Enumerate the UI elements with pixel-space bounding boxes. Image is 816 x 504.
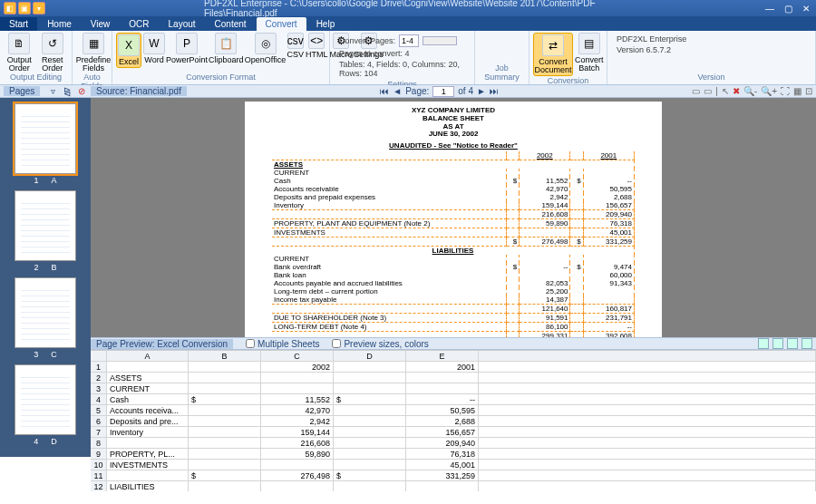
convert-pages-input[interactable] [399,34,419,47]
zoom-out-icon[interactable]: 🔍- [743,86,757,96]
prev-page-button[interactable]: ◄ [393,86,402,96]
grid-row[interactable]: 6Deposits and pre...2,9422,688 [91,416,816,427]
doc-header: XYZ COMPANY LIMITEDBALANCE SHEETAS ATJUN… [272,107,635,139]
grid-row[interactable]: 4Cash$11,552$-- [91,394,816,405]
pages-to-convert-label: Pages to convert: 4 [339,49,410,58]
titlebar: ◧ ▣ ▾ PDF2XL Enterprise - C:\Users\collo… [0,0,816,16]
convert-document-button[interactable]: ⇄Convert Document [533,33,573,76]
predefine-fields-button[interactable]: ▦Predefine Fields [76,33,111,73]
grid-row[interactable]: 120022001 [91,362,816,373]
qat-icon[interactable]: ▾ [33,2,45,15]
tool-icon[interactable]: ▭ [704,86,712,96]
tab-layout[interactable]: Layout [160,17,205,31]
output-order-button[interactable]: 🗎Output Order [4,33,35,73]
page-input[interactable] [432,86,454,97]
next-page-button[interactable]: ► [477,86,486,96]
document-view[interactable]: XYZ COMPANY LIMITEDBALANCE SHEETAS ATJUN… [91,98,816,337]
grid-row[interactable]: 3CURRENT [91,383,816,394]
preview-tool-icon[interactable] [801,338,812,349]
preview-bar: Page Preview: Excel Conversion Multiple … [91,337,816,350]
grid-row[interactable]: 8216,608209,940 [91,438,816,449]
source-label: Source: Financial.pdf [91,86,187,96]
column-header[interactable]: D [334,351,406,362]
tab-content[interactable]: Content [206,17,256,31]
convert-pages-label: Convert Pages: [339,36,395,45]
preview-sizes-checkbox[interactable]: Preview sizes, colors [332,339,428,349]
tool-icon[interactable]: ▦ [793,86,801,96]
powerpoint-button[interactable]: PPowerPoint [167,33,207,64]
page-label: Page: [405,86,429,96]
source-bar: Source: Financial.pdf ⏮ ◄ Page: of 4 ► ⏭… [91,85,816,98]
quick-access: ◧ ▣ ▾ [4,2,45,15]
excel-button[interactable]: XExcel [116,33,141,68]
grid-row[interactable]: 11$276,498$331,259 [91,470,816,481]
minimize-button[interactable]: — [763,2,776,15]
first-page-button[interactable]: ⏮ [380,86,389,96]
tool-icon[interactable]: ▭ [692,86,700,96]
tab-view[interactable]: View [82,17,120,31]
qat-icon[interactable]: ▣ [18,2,31,15]
fit-icon[interactable]: ⛶ [781,86,790,96]
doc-notice: UNAUDITED - See "Notice to Reader" [272,141,635,150]
thumbnail[interactable]: 4D [4,364,87,446]
menu-tabs: Start Home View OCR Layout Content Conve… [0,16,816,31]
preview-tool-icon[interactable] [772,338,783,349]
grid-row[interactable]: 10INVESTMENTS45,001 [91,460,816,470]
zoom-in-icon[interactable]: 🔍+ [761,86,777,96]
qat-icon[interactable]: ◧ [4,2,16,15]
pages-panel-header: Pages ▿ ⧎ ⊘ [0,85,91,98]
grid-row[interactable]: 12LIABILITIES [91,481,816,491]
column-header[interactable]: E [406,351,479,362]
tab-home[interactable]: Home [38,17,81,31]
delete-icon[interactable]: ✖ [733,86,740,96]
column-header[interactable]: A [107,351,189,362]
thumbnail[interactable]: 2B [4,190,87,272]
close-button[interactable]: ✕ [800,2,812,15]
summary-stats-label: Tables: 4, Fields: 0, Columns: 20, Rows:… [339,60,465,78]
tool-icon[interactable]: | [715,86,718,96]
financial-table: 20022001ASSETSCURRENTCash$11,552$--Accou… [272,151,635,337]
openoffice-button[interactable]: ◎OpenOffice [246,33,286,64]
html-button[interactable]: <>HTML [306,33,328,59]
convert-batch-button[interactable]: ▤Convert Batch [575,33,604,73]
maximize-button[interactable]: ▢ [782,2,794,15]
product-version: Version 6.5.7.2 [617,45,806,54]
multiple-sheets-checkbox[interactable]: Multiple Sheets [246,339,319,349]
column-header[interactable] [91,351,107,362]
reset-order-button[interactable]: ↺Reset Order [37,33,69,73]
thumbnail[interactable]: 3C [4,277,87,359]
grid-row[interactable]: 2ASSETS [91,373,816,383]
preview-label: Page Preview: Excel Conversion [91,339,233,349]
grid-row[interactable]: 7Inventory159,144156,657 [91,427,816,438]
page-nav: ⏮ ◄ Page: of 4 ► ⏭ [380,86,499,97]
csv-button[interactable]: csvCSV [287,33,305,59]
column-header[interactable]: C [261,351,334,362]
group-caption: Job Summary [479,63,525,82]
last-page-button[interactable]: ⏭ [490,86,499,96]
product-name: PDF2XL Enterprise [617,34,806,44]
tab-convert[interactable]: Convert [257,17,306,31]
window-title: PDF2XL Enterprise - C:\Users\collo\Googl… [204,0,612,18]
spreadsheet-preview[interactable]: ABCDE 1200220012ASSETS3CURRENT4Cash$11,5… [91,350,816,491]
group-caption: Version [611,73,811,82]
ribbon: 🗎Output Order ↺Reset Order Output Editin… [0,31,816,85]
grid-row[interactable]: 9PROPERTY, PL...59,89076,318 [91,449,816,460]
tool-icon[interactable]: ⊡ [805,86,812,96]
word-button[interactable]: WWord [143,33,165,64]
tab-start[interactable]: Start [0,17,37,31]
thumbnail[interactable]: 1A [4,103,87,185]
pointer-icon[interactable]: ↖ [722,86,729,96]
tab-help[interactable]: Help [307,17,345,31]
group-caption: Conversion Format [116,73,325,82]
clipboard-button[interactable]: 📋Clipboard [209,33,244,64]
thumbnail-strip: 1A2B3C4D [0,98,91,457]
tab-ocr[interactable]: OCR [120,17,158,31]
preview-tool-icon[interactable] [787,338,798,349]
filter2-icon[interactable]: ⧎ [62,86,73,97]
close-panel-icon[interactable]: ⊘ [76,86,87,97]
column-header[interactable]: B [189,351,261,362]
filter-icon[interactable]: ▿ [47,86,58,97]
pages-label: Pages [4,86,40,96]
grid-row[interactable]: 5Accounts receiva...42,97050,595 [91,405,816,416]
preview-tool-icon[interactable] [758,338,769,349]
